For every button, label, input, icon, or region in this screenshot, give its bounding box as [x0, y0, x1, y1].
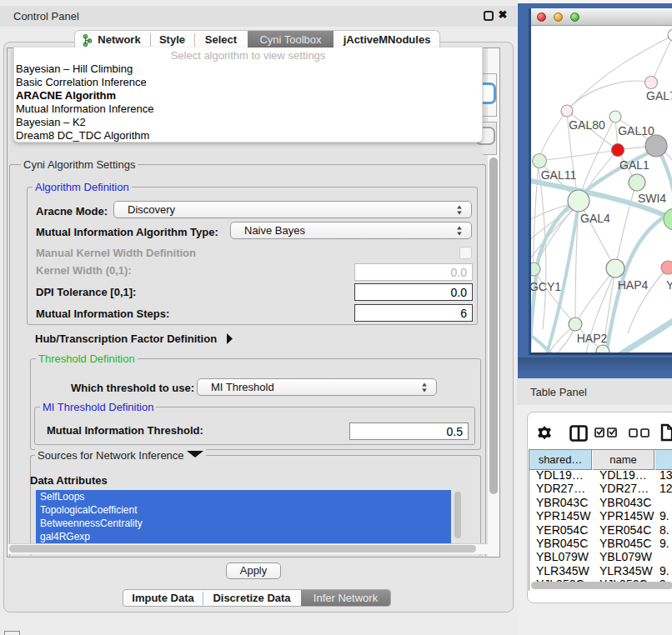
svg-text:Y: Y [666, 278, 672, 292]
svg-text:SWI4: SWI4 [638, 192, 666, 205]
svg-text:HAP4: HAP4 [618, 278, 649, 292]
svg-text:GAL1: GAL1 [619, 158, 649, 172]
svg-text:GCY1: GCY1 [531, 280, 561, 293]
svg-text:HAP2: HAP2 [577, 332, 608, 345]
svg-text:GAL7: GAL7 [646, 89, 672, 102]
svg-text:GAL10: GAL10 [618, 124, 654, 138]
svg-text:GAL4: GAL4 [580, 212, 610, 225]
svg-text:GAL80: GAL80 [569, 118, 605, 132]
svg-text:GAL11: GAL11 [541, 168, 577, 182]
